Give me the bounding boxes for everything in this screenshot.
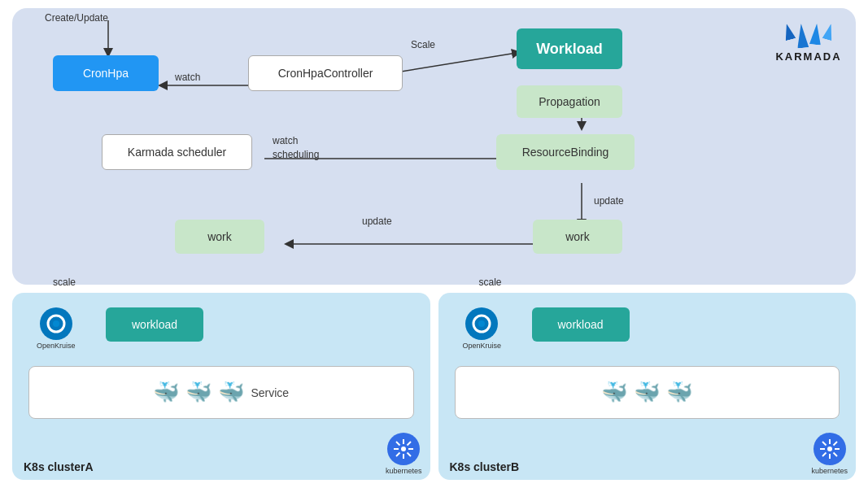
update-right-label: update	[594, 195, 624, 207]
k8s-b-text: kubernetes	[811, 467, 848, 475]
cluster-a-scale-label: scale	[53, 277, 76, 288]
docker-icon-b3: 🐳	[666, 380, 692, 405]
svg-point-22	[827, 447, 832, 451]
karmada-sails-icon	[783, 24, 834, 48]
cluster-b-scale-label: scale	[479, 277, 502, 288]
docker-icon-a2: 🐳	[185, 380, 212, 405]
docker-icon-a3: 🐳	[218, 380, 244, 405]
main-container: KARMADA	[12, 8, 856, 480]
k8s-a-logo: kubernetes	[386, 433, 422, 475]
docker-icon-a1: 🐳	[153, 380, 179, 405]
watch-scheduling-label: watch scheduling	[273, 134, 319, 162]
service-area-a: 🐳 🐳 🐳 Service	[28, 366, 414, 419]
cluster-a-region: scale OpenKruise workload	[12, 293, 430, 480]
workload-node: Workload	[517, 28, 622, 69]
openkruise-a-text: OpenKruise	[37, 342, 76, 350]
svg-point-20	[478, 320, 485, 327]
scale-label: Scale	[411, 39, 435, 50]
k8s-wheel-icon-b	[818, 438, 841, 460]
cronhpa-node: CronHpa	[53, 55, 159, 91]
cluster-b-workload: workload	[532, 307, 630, 342]
openkruise-a-logo: OpenKruise	[37, 307, 76, 350]
karmada-region: KARMADA	[12, 8, 856, 285]
cluster-b-label: K8s clusterB	[450, 460, 520, 473]
k8s-b-logo: kubernetes	[811, 433, 848, 475]
service-a-text: Service	[251, 386, 289, 399]
cluster-a-label: K8s clusterA	[24, 460, 94, 473]
resource-binding-node: ResourceBinding	[496, 134, 635, 170]
watch-label: watch	[175, 72, 200, 83]
openkruise-icon-b	[471, 313, 492, 334]
work-left-node: work	[175, 220, 264, 254]
update-left-label: update	[362, 216, 392, 227]
openkruise-b-logo: OpenKruise	[463, 307, 502, 350]
cronhpa-controller-node: CronHpaController	[248, 55, 403, 91]
work-right-node: work	[533, 220, 622, 254]
k8s-a-text: kubernetes	[386, 467, 422, 475]
karmada-logo: KARMADA	[768, 15, 849, 72]
openkruise-icon	[46, 313, 67, 334]
service-area-b: 🐳 🐳 🐳	[455, 366, 840, 419]
openkruise-b-text: OpenKruise	[463, 342, 502, 350]
svg-point-8	[53, 320, 59, 327]
svg-point-10	[401, 447, 406, 451]
docker-icon-b2: 🐳	[634, 380, 660, 405]
karmada-text: KARMADA	[775, 50, 841, 63]
clusters-row: scale OpenKruise workload	[12, 293, 856, 480]
docker-icon-b1: 🐳	[601, 380, 627, 405]
karmada-scheduler-node: Karmada scheduler	[102, 134, 252, 170]
propagation-node: Propagation	[517, 85, 622, 118]
k8s-wheel-icon-a	[392, 438, 415, 460]
cluster-b-region: scale OpenKruise workload 🐳 🐳 🐳	[438, 293, 857, 480]
create-update-label: Create/Update	[45, 12, 108, 24]
cluster-a-workload: workload	[106, 307, 203, 342]
